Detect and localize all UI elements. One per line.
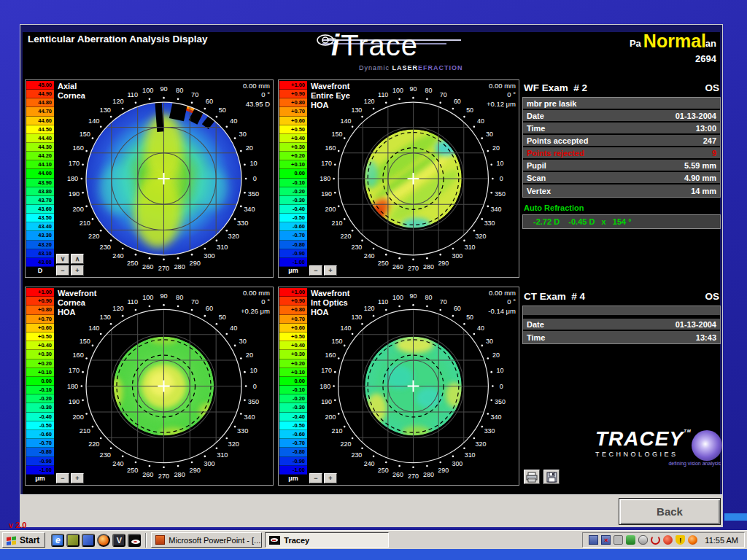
scale-plus-button[interactable]: +	[71, 473, 84, 483]
svg-text:140: 140	[341, 117, 352, 125]
svg-text:10: 10	[249, 160, 257, 167]
internet-explorer-icon[interactable]: e	[51, 534, 64, 547]
slide-background: Lenticular Aberration Analysis Display i…	[0, 0, 747, 560]
table-row: Time13:43	[523, 331, 720, 343]
messenger-icon[interactable]	[66, 534, 80, 547]
antivirus-shield-icon[interactable]	[626, 535, 635, 545]
svg-text:180: 180	[320, 382, 330, 389]
scale-cell: 0.00	[26, 377, 54, 386]
taskbar-task-powerpoint[interactable]: Microsoft PowerPoint - [...	[151, 532, 262, 548]
exam-eye-label: OS	[705, 291, 719, 302]
svg-text:330: 330	[484, 219, 495, 227]
network-disconnected-icon[interactable]: ×	[601, 535, 611, 545]
scale-up-button[interactable]: ∧	[71, 254, 84, 264]
scale-cell: -0.10	[279, 386, 307, 394]
scale-cell: -0.40	[279, 205, 307, 214]
warning-shield-icon[interactable]: !	[676, 535, 685, 545]
scale-minus-button[interactable]: −	[309, 473, 322, 483]
taskbar-task-tracey[interactable]: Tracey	[265, 532, 389, 548]
svg-text:130: 130	[351, 314, 362, 321]
map-area: 0102030405060708090100110120130140150160…	[55, 80, 273, 277]
map-area: 0102030405060708090100110120130140150160…	[55, 287, 273, 485]
svg-text:170: 170	[321, 367, 332, 374]
itrace-app-window: Lenticular Aberration Analysis Display i…	[20, 24, 723, 527]
scale-cell: 43.60	[26, 205, 54, 214]
save-button[interactable]	[543, 470, 560, 484]
scale-cell: -0.80	[279, 448, 307, 456]
tracey-eye-icon[interactable]	[128, 534, 141, 547]
scale-cell: -0.50	[279, 421, 307, 430]
output-buttons	[524, 470, 560, 484]
svg-text:30: 30	[239, 338, 247, 345]
svg-text:250: 250	[127, 260, 138, 267]
svg-text:40: 40	[230, 117, 237, 125]
svg-text:120: 120	[112, 98, 123, 105]
svg-text:120: 120	[112, 305, 123, 312]
scale-cell: +0.60	[279, 117, 307, 125]
scale-plus-button[interactable]: +	[71, 265, 84, 276]
svg-text:160: 160	[325, 144, 336, 152]
scale-down-button[interactable]: ∨	[56, 254, 69, 264]
volume-icon[interactable]	[614, 535, 623, 545]
svg-text:290: 290	[438, 467, 449, 474]
svg-text:260: 260	[142, 471, 153, 478]
start-button[interactable]: Start	[2, 532, 45, 548]
svg-text:190: 190	[69, 398, 80, 405]
svg-text:10: 10	[496, 367, 503, 374]
svg-text:180: 180	[320, 175, 330, 182]
status-ball-icon[interactable]	[688, 535, 697, 545]
scale-cell: +0.30	[279, 143, 307, 152]
scale-cell: -0.30	[279, 196, 307, 205]
svg-text:100: 100	[142, 294, 153, 301]
print-button[interactable]	[524, 470, 540, 484]
map-slot-wavefront-int-optics-hoa: +1.00+0.90+0.80+0.70+0.60+0.50+0.40+0.30…	[278, 287, 519, 486]
printer-icon	[526, 472, 538, 483]
svg-text:160: 160	[72, 351, 83, 359]
tracey-logo: TRACEYTM TECHNOLOGIES defining vision an…	[595, 429, 721, 484]
svg-text:260: 260	[392, 263, 403, 271]
scale-cell: -0.50	[279, 214, 307, 222]
svg-text:140: 140	[88, 324, 99, 332]
svg-text:260: 260	[392, 471, 403, 478]
svg-text:30: 30	[486, 338, 493, 345]
scale-cell: +0.80	[26, 306, 54, 314]
back-button[interactable]: Back	[619, 498, 721, 525]
scale-cell: +0.70	[279, 107, 307, 116]
update-icon[interactable]	[663, 535, 673, 545]
windows-explorer-icon[interactable]	[82, 534, 95, 547]
svg-text:180: 180	[67, 175, 78, 182]
scale-cell: +1.00	[279, 81, 307, 90]
mouse-settings-icon[interactable]	[638, 535, 648, 545]
quicktime-icon[interactable]: V	[112, 534, 125, 547]
svg-text:350: 350	[495, 398, 506, 405]
svg-text:320: 320	[228, 233, 239, 240]
scale-cell: +0.50	[279, 332, 307, 341]
media-player-icon[interactable]	[97, 534, 110, 547]
logo-tagline: Dynamic LASEREFRACTION	[359, 64, 463, 71]
sync-icon[interactable]	[651, 535, 660, 545]
scale-minus-button[interactable]: −	[56, 265, 69, 276]
patient-id: 2694	[512, 53, 716, 64]
scale-minus-button[interactable]: −	[309, 265, 322, 276]
scale-cell: +0.30	[26, 350, 54, 359]
scale-cell: -1.00	[279, 466, 307, 475]
scale-cell: -0.70	[279, 439, 307, 448]
svg-text:190: 190	[321, 190, 332, 198]
network-icon[interactable]	[589, 535, 598, 545]
svg-text:60: 60	[206, 98, 213, 105]
scale-cell: -0.90	[279, 249, 307, 258]
app-header: Lenticular Aberration Analysis Display i…	[23, 32, 721, 79]
scale-minus-button[interactable]: −	[56, 473, 69, 483]
scale-cell: -0.40	[26, 413, 54, 421]
svg-text:330: 330	[237, 427, 248, 435]
scale-plus-button[interactable]: +	[324, 473, 337, 483]
scale-cell: 44.60	[26, 117, 54, 125]
svg-text:210: 210	[331, 427, 342, 435]
normal-annotation: Normal	[643, 31, 706, 52]
scale-cell: +0.60	[279, 324, 307, 332]
scale-cell: -0.20	[279, 394, 307, 403]
svg-text:230: 230	[351, 244, 362, 251]
svg-text:340: 340	[491, 413, 502, 421]
scale-plus-button[interactable]: +	[324, 265, 337, 276]
map-title: AxialCornea	[58, 82, 85, 101]
